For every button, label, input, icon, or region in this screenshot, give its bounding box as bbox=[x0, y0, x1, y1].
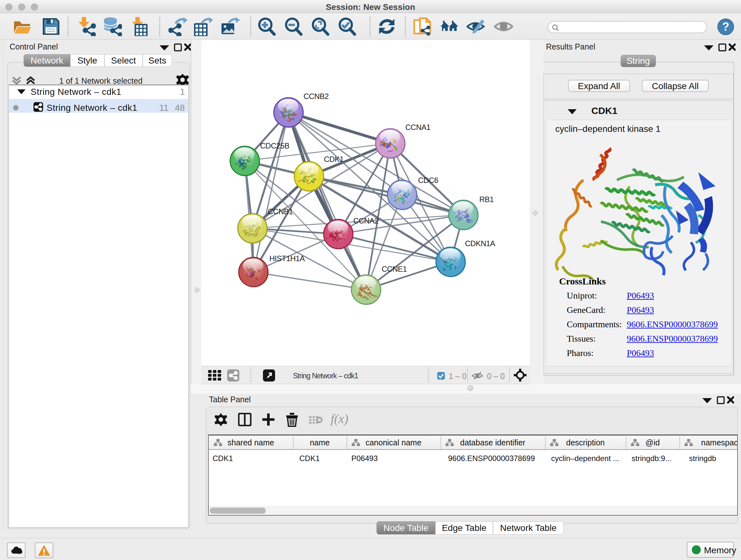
svg-text:CCNB1: CCNB1 bbox=[268, 207, 293, 216]
svg-text:CDC6: CDC6 bbox=[418, 176, 438, 185]
svg-text:CCNA1: CCNA1 bbox=[405, 123, 430, 132]
svg-text:CDKN1A: CDKN1A bbox=[465, 239, 495, 248]
svg-text:CDK1: CDK1 bbox=[324, 155, 344, 164]
svg-text:HIST1H1A: HIST1H1A bbox=[269, 254, 305, 263]
svg-text:?: ? bbox=[722, 20, 729, 33]
svg-text:RB1: RB1 bbox=[479, 195, 494, 204]
svg-text:CCNA2: CCNA2 bbox=[353, 216, 379, 225]
svg-text:CCNB2: CCNB2 bbox=[304, 92, 329, 101]
svg-text:CCNE1: CCNE1 bbox=[382, 265, 407, 273]
svg-text:CDC25B: CDC25B bbox=[260, 141, 289, 150]
